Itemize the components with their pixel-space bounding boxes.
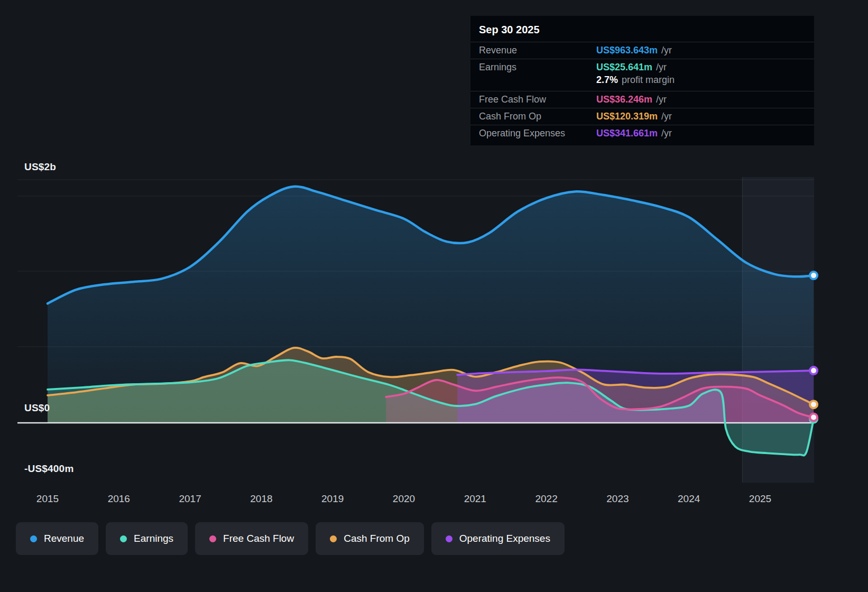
tooltip-row-value: US$36.246m	[596, 94, 652, 105]
y-axis-label-bottom: -US$400m	[24, 463, 73, 475]
end-marker-free-cash-flow	[810, 414, 817, 421]
tooltip-row-label: Operating Expenses	[479, 128, 596, 139]
tooltip-row-label: Cash From Op	[479, 111, 596, 122]
tooltip-row-label: Revenue	[479, 45, 596, 56]
x-axis-tick-2017: 2017	[179, 493, 201, 504]
legend-label: Free Cash Flow	[223, 533, 294, 544]
tooltip-row-value: US$341.661m	[596, 128, 658, 139]
tooltip-row-earnings: EarningsUS$25.641m/yr2.7%profit margin	[470, 59, 814, 91]
x-axis-tick-2019: 2019	[321, 493, 344, 504]
x-axis-tick-2016: 2016	[108, 493, 130, 504]
tooltip-row-value: US$120.319m	[596, 111, 658, 122]
end-marker-cash-from-op	[810, 401, 817, 408]
tooltip-row-suffix: /yr	[656, 62, 667, 73]
tooltip-row-cash-from-op: Cash From OpUS$120.319m/yr	[470, 108, 814, 125]
legend-label: Operating Expenses	[459, 533, 550, 544]
legend-dot-revenue	[30, 535, 37, 542]
legend-dot-earnings	[120, 535, 127, 542]
legend-item-earnings[interactable]: Earnings	[106, 522, 188, 555]
tooltip-row-revenue: RevenueUS$963.643m/yr	[470, 42, 814, 59]
x-axis-tick-2023: 2023	[606, 493, 629, 504]
x-axis-tick-2020: 2020	[393, 493, 415, 504]
legend-dot-cash-from-op	[330, 535, 337, 542]
tooltip-row-label: Free Cash Flow	[479, 94, 596, 105]
tooltip-row-value: US$963.643m	[596, 45, 658, 56]
tooltip-row-free-cash-flow: Free Cash FlowUS$36.246m/yr	[470, 91, 814, 108]
y-axis-label-top: US$2b	[24, 161, 56, 173]
end-marker-operating-expenses	[810, 367, 817, 374]
x-axis-tick-2024: 2024	[678, 493, 700, 504]
tooltip-row-suffix: /yr	[661, 111, 672, 122]
tooltip-row-label: Earnings	[479, 62, 596, 73]
legend-item-revenue[interactable]: Revenue	[16, 522, 98, 555]
tooltip-date: Sep 30 2025	[470, 16, 814, 42]
tooltip-rows: RevenueUS$963.643m/yrEarningsUS$25.641m/…	[470, 42, 814, 142]
chart-tooltip: Sep 30 2025 RevenueUS$963.643m/yrEarning…	[470, 16, 814, 145]
x-axis-tick-2018: 2018	[250, 493, 272, 504]
x-axis-tick-2022: 2022	[535, 493, 557, 504]
legend-dot-operating-expenses	[446, 535, 453, 542]
x-axis-tick-2021: 2021	[464, 493, 486, 504]
tooltip-profit-margin: 2.7%profit margin	[479, 73, 806, 88]
legend-dot-free-cash-flow	[209, 535, 216, 542]
legend-item-operating-expenses[interactable]: Operating Expenses	[431, 522, 565, 555]
legend-label: Revenue	[44, 533, 84, 544]
chart-legend: RevenueEarningsFree Cash FlowCash From O…	[16, 522, 565, 555]
tooltip-row-suffix: /yr	[661, 128, 672, 139]
legend-label: Cash From Op	[344, 533, 410, 544]
tooltip-row-value: US$25.641m	[596, 62, 652, 73]
end-marker-revenue	[810, 272, 817, 279]
x-axis-tick-2025: 2025	[749, 493, 771, 504]
x-axis-tick-2015: 2015	[36, 493, 59, 504]
stock-financials-page: { "tooltip": { "date": "Sep 30 2025", "r…	[0, 0, 868, 592]
legend-label: Earnings	[134, 533, 173, 544]
legend-item-cash-from-op[interactable]: Cash From Op	[316, 522, 424, 555]
y-axis-label-zero: US$0	[24, 402, 50, 414]
tooltip-row-suffix: /yr	[656, 94, 667, 105]
tooltip-row-suffix: /yr	[661, 45, 672, 56]
tooltip-row-operating-expenses: Operating ExpensesUS$341.661m/yr	[470, 125, 814, 142]
legend-item-free-cash-flow[interactable]: Free Cash Flow	[195, 522, 308, 555]
